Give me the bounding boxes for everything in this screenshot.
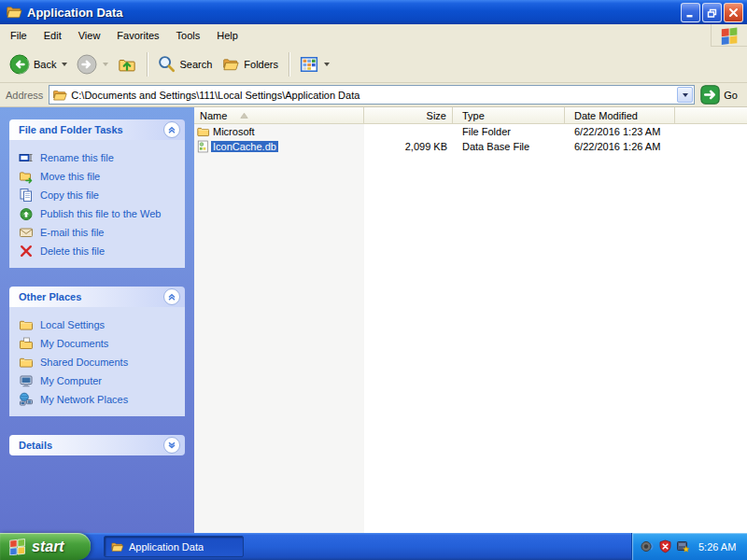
taskbar-task-application-data[interactable]: Application Data	[104, 536, 244, 557]
place-my-network-places[interactable]: My Network Places	[19, 390, 179, 409]
column-label: Size	[427, 110, 446, 121]
panel-details: Details	[9, 435, 185, 455]
place-shared-documents[interactable]: Shared Documents	[19, 353, 179, 371]
chevron-down-icon	[167, 441, 176, 450]
column-header-row: Name Size Type Date Modified	[194, 107, 747, 124]
file-row-microsoft[interactable]: Microsoft File Folder 6/22/2016 1:23 AM	[194, 124, 747, 139]
place-local-settings[interactable]: Local Settings	[19, 315, 179, 334]
taskbar: start Application Data	[0, 533, 747, 560]
place-my-computer[interactable]: My Computer	[19, 371, 179, 390]
go-button[interactable]: Go	[700, 85, 741, 105]
file-type: File Folder	[453, 126, 565, 137]
email-icon	[19, 225, 34, 240]
task-label: Application Data	[129, 541, 204, 553]
menu-tools[interactable]: Tools	[168, 27, 209, 44]
folder-open-icon	[110, 540, 124, 553]
menu-favorites[interactable]: Favorites	[108, 27, 167, 44]
folders-label: Folders	[244, 59, 278, 70]
panel-header[interactable]: Details	[9, 435, 185, 455]
views-dropdown-caret[interactable]	[324, 63, 330, 66]
folder-icon	[19, 355, 34, 370]
security-shield-icon[interactable]	[658, 539, 672, 553]
column-header-name[interactable]: Name	[194, 107, 364, 123]
copy-icon	[19, 188, 34, 203]
place-label: My Network Places	[40, 394, 128, 405]
panel-file-and-folder-tasks: File and Folder Tasks Rename	[9, 119, 185, 268]
forward-button[interactable]	[73, 52, 112, 77]
address-input[interactable]: C:\Documents and Settings\111\Local Sett…	[71, 90, 676, 101]
minimize-icon	[684, 7, 697, 19]
start-label: start	[32, 539, 74, 555]
task-pane-sidebar: File and Folder Tasks Rename	[0, 107, 194, 533]
panel-header[interactable]: File and Folder Tasks	[9, 119, 185, 140]
chevron-down-icon	[683, 93, 688, 97]
column-header-size[interactable]: Size	[364, 107, 453, 123]
panel-header[interactable]: Other Places	[9, 287, 185, 307]
task-label: E-mail this file	[40, 227, 104, 238]
taskbar-clock[interactable]: 5:26 AM	[698, 541, 736, 553]
title-bar[interactable]: Application Data	[0, 0, 747, 24]
place-label: Shared Documents	[40, 357, 128, 368]
my-computer-icon	[19, 373, 34, 388]
forward-dropdown-caret[interactable]	[103, 63, 108, 66]
close-button[interactable]	[724, 3, 743, 22]
window-title: Application Data	[27, 6, 681, 20]
address-bar: Address C:\Documents and Settings\111\Lo…	[0, 83, 747, 107]
views-button[interactable]	[296, 54, 333, 75]
up-button[interactable]	[114, 53, 140, 76]
file-name: IconCache.db	[211, 141, 278, 152]
task-label: Rename this file	[40, 152, 114, 163]
system-tray: 5:26 AM	[631, 533, 747, 560]
place-my-documents[interactable]: My Documents	[19, 334, 179, 353]
folders-button[interactable]: Folders	[218, 54, 282, 75]
task-delete-this-file[interactable]: Delete this file	[19, 242, 179, 260]
column-header-type[interactable]: Type	[453, 107, 565, 123]
column-header-filler	[675, 107, 747, 123]
menu-help[interactable]: Help	[208, 27, 247, 44]
search-label: Search	[179, 59, 212, 70]
desktop-screen: Application Data File Edit V	[0, 0, 747, 560]
back-dropdown-caret[interactable]	[62, 63, 67, 66]
folder-icon	[19, 317, 34, 332]
address-dropdown-button[interactable]	[677, 87, 693, 103]
place-label: My Computer	[40, 375, 102, 386]
rename-icon	[19, 150, 34, 165]
search-button[interactable]: Search	[154, 53, 216, 75]
restore-button[interactable]	[702, 3, 722, 22]
close-icon	[727, 7, 740, 19]
collapse-button[interactable]	[163, 288, 180, 305]
panel-other-places: Other Places Local Settings	[9, 287, 185, 416]
task-rename-this-file[interactable]: Rename this file	[19, 148, 179, 167]
move-icon	[19, 169, 34, 184]
update-star-icon[interactable]	[676, 539, 690, 553]
column-header-date-modified[interactable]: Date Modified	[565, 107, 675, 123]
task-move-this-file[interactable]: Move this file	[19, 167, 179, 186]
publish-web-icon	[19, 206, 34, 221]
sorted-column-tint	[194, 123, 364, 533]
file-name: Microsoft	[211, 126, 257, 137]
folder-open-icon	[6, 4, 22, 21]
panel-title: File and Folder Tasks	[19, 124, 123, 135]
volume-icon[interactable]	[641, 539, 655, 553]
windows-logo	[711, 24, 747, 47]
minimize-button[interactable]	[681, 3, 700, 22]
address-combo[interactable]: C:\Documents and Settings\111\Local Sett…	[49, 85, 695, 105]
start-button[interactable]: start	[0, 533, 91, 560]
collapse-button[interactable]	[163, 121, 180, 138]
task-copy-this-file[interactable]: Copy this file	[19, 186, 179, 204]
file-row-iconcache-db[interactable]: IconCache.db 2,099 KB Data Base File 6/2…	[194, 139, 747, 154]
file-list-area: Name Size Type Date Modified	[194, 107, 747, 533]
file-date-modified: 6/22/2016 1:26 AM	[565, 141, 675, 152]
back-button[interactable]: Back	[6, 52, 71, 77]
expand-button[interactable]	[163, 437, 180, 454]
menu-file[interactable]: File	[2, 27, 35, 44]
menu-edit[interactable]: Edit	[35, 27, 70, 44]
file-date-modified: 6/22/2016 1:23 AM	[565, 126, 675, 137]
toolbar-separator	[289, 52, 289, 77]
go-arrow-icon	[700, 85, 720, 105]
database-file-icon	[196, 140, 210, 153]
column-label: Name	[200, 110, 227, 121]
task-email-this-file[interactable]: E-mail this file	[19, 223, 179, 242]
menu-view[interactable]: View	[70, 27, 109, 44]
task-publish-this-file-to-the-web[interactable]: Publish this file to the Web	[19, 204, 179, 223]
